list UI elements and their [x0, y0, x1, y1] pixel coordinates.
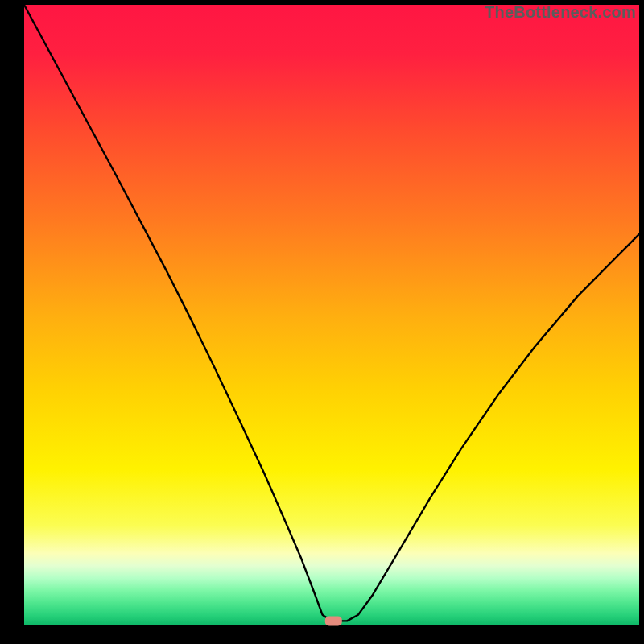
watermark-text: TheBottleneck.com	[485, 3, 636, 22]
optimum-marker	[325, 616, 342, 625]
plot-background	[24, 5, 639, 625]
bottleneck-plot	[0, 0, 644, 644]
chart-stage: TheBottleneck.com	[0, 0, 644, 644]
